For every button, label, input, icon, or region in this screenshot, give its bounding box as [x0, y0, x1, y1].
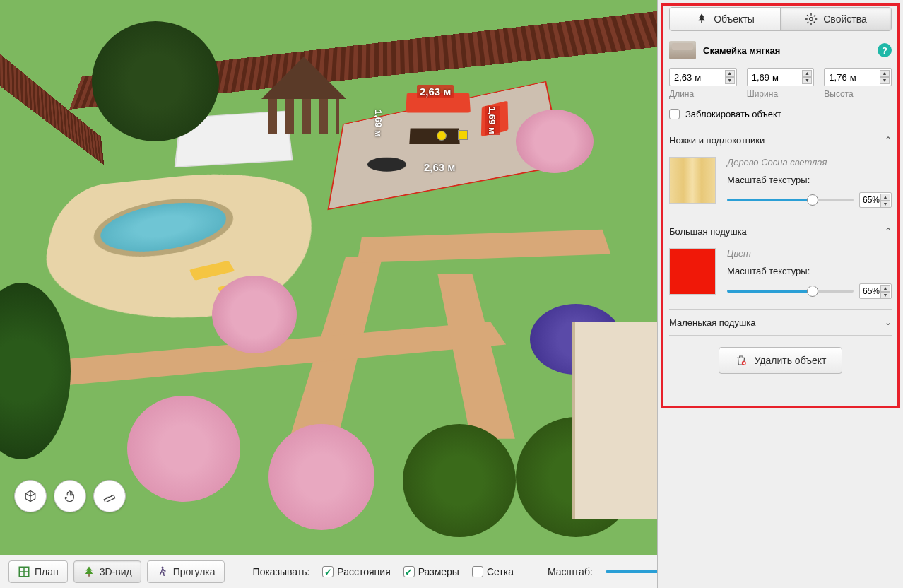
gazebo[interactable]	[261, 57, 346, 127]
section-small-cushion-header[interactable]: Маленькая подушка ⌄	[669, 310, 892, 335]
section-legs-title: Ножки и подлокотники	[669, 135, 765, 146]
svg-rect-0	[104, 495, 114, 502]
object-header: Скамейка мягкая ?	[669, 41, 892, 59]
material-name: Цвет	[727, 248, 892, 259]
stepper-up[interactable]: ▲	[880, 70, 890, 77]
viewport-3d[interactable]: 2,63 м 2,63 м 1,69 м 1,69 м	[0, 0, 657, 555]
delete-label: Удалить объект	[755, 355, 827, 366]
stepper-down[interactable]: ▼	[802, 77, 812, 84]
material-name: Дерево Сосна светлая	[727, 157, 892, 167]
tab-properties-label: Свойства	[823, 13, 866, 25]
shrub-pink[interactable]	[212, 276, 297, 353]
stepper-up[interactable]: ▲	[880, 285, 890, 292]
grid-checkbox[interactable]: Сетка	[472, 566, 514, 577]
orbit-tool-button[interactable]	[14, 480, 47, 512]
pan-tool-button[interactable]	[54, 480, 86, 512]
stepper-down[interactable]: ▼	[880, 201, 890, 208]
plan-view-button[interactable]: План	[8, 560, 68, 583]
stepper-down[interactable]: ▼	[880, 292, 890, 299]
objects-icon	[695, 13, 708, 25]
length-input[interactable]: 2,63 м ▲▼	[669, 68, 737, 86]
material-swatch-color[interactable]	[669, 248, 716, 295]
gear-icon	[805, 13, 818, 25]
hand-icon	[64, 490, 76, 502]
gizmo-scale-handle[interactable]	[458, 130, 468, 140]
check-icon	[472, 566, 483, 577]
texture-scale-slider[interactable]	[727, 290, 854, 293]
show-label: Показывать:	[253, 566, 310, 577]
texture-scale-value[interactable]: 65% ▲▼	[859, 283, 892, 299]
object-thumbnail	[669, 41, 696, 59]
stepper-up[interactable]: ▲	[802, 70, 812, 77]
plan-icon	[18, 565, 30, 578]
section-big-cushion-header[interactable]: Большая подушка ⌃	[669, 218, 892, 244]
chevron-up-icon: ⌃	[885, 226, 892, 236]
sizes-checkbox[interactable]: ✓ Размеры	[403, 566, 459, 577]
section-small-cushion: Маленькая подушка ⌄	[669, 309, 892, 336]
tab-objects[interactable]: Объекты	[670, 8, 780, 30]
gizmo-rotate-handle[interactable]	[437, 131, 447, 141]
stepper-down[interactable]: ▼	[725, 77, 735, 84]
shrub-pink[interactable]	[127, 396, 240, 502]
coffee-table[interactable]	[409, 128, 459, 144]
check-icon: ✓	[403, 566, 415, 577]
3d-view-button[interactable]: 3D-вид	[73, 560, 141, 583]
measure-tool-button[interactable]	[93, 480, 126, 512]
height-input[interactable]: 1,76 м ▲▼	[824, 68, 892, 86]
walk-view-label: Прогулка	[173, 566, 216, 577]
tree[interactable]	[403, 424, 516, 537]
height-caption: Высота	[824, 89, 892, 99]
section-big-cushion: Большая подушка ⌃ Цвет Масштаб текстуры:…	[669, 218, 892, 309]
distances-label: Расстояния	[337, 566, 390, 577]
sizes-label: Размеры	[418, 566, 459, 577]
svg-rect-2	[88, 574, 90, 577]
lock-object-checkbox[interactable]: Заблокировать объект	[669, 109, 892, 119]
tree[interactable]	[92, 21, 219, 141]
properties-panel: Объекты Свойства Скамейка мягкая ? 2,63 …	[657, 0, 903, 588]
dimension-label: 2,63 м	[417, 85, 454, 98]
texture-scale-label: Масштаб текстуры:	[727, 266, 892, 276]
tree3d-icon	[83, 565, 95, 578]
width-value: 1,69	[752, 72, 769, 83]
stepper-up[interactable]: ▲	[725, 70, 735, 77]
help-button[interactable]: ?	[878, 43, 892, 57]
texture-scale-slider[interactable]	[727, 199, 854, 201]
width-input[interactable]: 1,69 м ▲▼	[747, 68, 815, 86]
svg-point-3	[161, 567, 163, 569]
dimensions-row: 2,63 м ▲▼ Длина 1,69 м ▲▼ Ширина 1,76 м	[669, 68, 892, 99]
width-caption: Ширина	[747, 89, 815, 99]
texture-scale-value[interactable]: 65% ▲▼	[859, 192, 892, 208]
zoom-label: Масштаб:	[548, 566, 593, 577]
dimension-label: 1,69 м	[373, 110, 384, 137]
tab-properties[interactable]: Свойства	[780, 8, 891, 30]
walk-view-button[interactable]: Прогулка	[147, 560, 225, 583]
cube-icon	[24, 490, 37, 502]
slider-thumb[interactable]	[807, 286, 818, 297]
delete-object-button[interactable]: Удалить объект	[719, 347, 843, 374]
shrub-pink[interactable]	[516, 110, 594, 173]
dimension-label: 2,63 м	[424, 161, 455, 173]
lock-label: Заблокировать объект	[685, 109, 781, 119]
section-legs-header[interactable]: Ножки и подлокотники ⌃	[669, 127, 892, 153]
slider-thumb[interactable]	[807, 194, 818, 206]
round-table[interactable]	[367, 158, 406, 172]
width-unit: м	[772, 72, 802, 83]
chevron-down-icon: ⌄	[885, 317, 892, 327]
material-swatch-wood[interactable]	[669, 157, 716, 204]
stepper-down[interactable]: ▼	[880, 77, 890, 84]
chevron-up-icon: ⌃	[885, 135, 892, 145]
tab-objects-label: Объекты	[714, 13, 755, 25]
height-value: 1,76	[829, 72, 846, 83]
svg-point-5	[810, 18, 813, 21]
viewport-tools	[14, 480, 126, 512]
svg-rect-4	[701, 20, 702, 23]
house[interactable]	[572, 322, 657, 519]
section-legs: Ножки и подлокотники ⌃ Дерево Сосна свет…	[669, 127, 892, 218]
distances-checkbox[interactable]: ✓ Расстояния	[322, 566, 390, 577]
section-big-cushion-title: Большая подушка	[669, 226, 747, 237]
stepper-up[interactable]: ▲	[880, 194, 890, 201]
dimension-label: 1,69 м	[485, 106, 500, 135]
shrub-pink[interactable]	[268, 424, 374, 530]
checkbox-icon	[669, 109, 680, 119]
walk-icon	[156, 565, 169, 578]
